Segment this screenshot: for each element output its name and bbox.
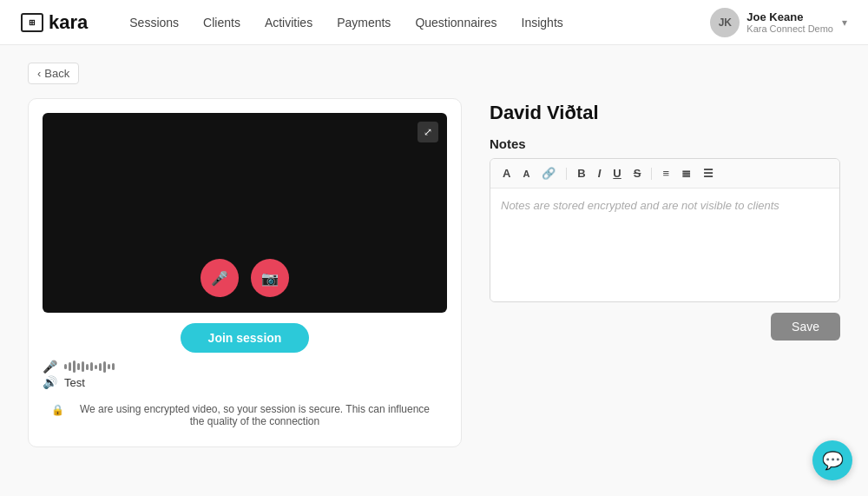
back-label: Back: [44, 67, 69, 80]
microphone-muted-icon: 🎤: [211, 270, 228, 287]
logo-icon: ⊞: [21, 13, 43, 32]
toolbar-underline[interactable]: U: [609, 165, 624, 182]
waveform-bar: [77, 363, 80, 370]
toolbar-font-color[interactable]: A: [499, 165, 514, 182]
chevron-down-icon: ▾: [842, 17, 847, 29]
toolbar-link[interactable]: 🔗: [538, 165, 559, 182]
notes-content[interactable]: Notes are stored encrypted and are not v…: [490, 188, 839, 301]
expand-icon: ⤢: [424, 126, 432, 138]
expand-button[interactable]: ⤢: [418, 122, 438, 142]
nav-clients[interactable]: Clients: [203, 16, 240, 30]
waveform: [64, 360, 115, 374]
mic-row: 🎤: [43, 360, 447, 374]
waveform-bar: [103, 361, 106, 373]
notes-editor: A A 🔗 B I U S ≡ ≣ ☰ Notes are stored enc…: [490, 158, 840, 302]
toolbar-strikethrough[interactable]: S: [630, 165, 645, 182]
waveform-bar: [95, 365, 97, 369]
lock-icon: 🔒: [51, 404, 64, 416]
nav-questionnaires[interactable]: Questionnaires: [415, 16, 496, 30]
waveform-bar: [112, 363, 115, 370]
nav-insights[interactable]: Insights: [522, 16, 563, 30]
waveform-bar: [82, 361, 84, 372]
user-subtitle: Kara Connect Demo: [746, 23, 833, 34]
speaker-row: 🔊 Test: [43, 375, 447, 389]
security-notice: 🔒 We are using encrypted video, so your …: [43, 398, 447, 433]
notes-label: Notes: [490, 136, 840, 151]
microphone-icon: 🎤: [43, 360, 57, 374]
logo-text: kara: [49, 11, 88, 34]
toolbar-ordered-list[interactable]: ≣: [678, 165, 694, 182]
logo[interactable]: ⊞ kara: [21, 11, 88, 34]
chat-bubble-button[interactable]: 💬: [812, 440, 852, 480]
join-row: Join session: [43, 323, 447, 353]
toolbar-divider-1: [566, 168, 567, 180]
chat-icon: 💬: [822, 450, 844, 471]
user-menu[interactable]: JK Joe Keane Kara Connect Demo ▾: [710, 8, 847, 37]
back-button[interactable]: ‹ Back: [28, 63, 79, 84]
camera-button[interactable]: 📷: [251, 259, 289, 297]
speaker-icon: 🔊: [43, 375, 57, 389]
nav-activities[interactable]: Activities: [265, 16, 312, 30]
join-session-button[interactable]: Join session: [181, 323, 310, 353]
avatar: JK: [710, 8, 740, 37]
video-area: ⤢ 🎤 📷: [43, 113, 447, 313]
nav-links: Sessions Clients Activities Payments Que…: [129, 16, 682, 30]
security-text: We are using encrypted video, so your se…: [71, 403, 438, 427]
right-panel: David Viðtal Notes A A 🔗 B I U S ≡ ≣ ☰: [490, 98, 840, 341]
waveform-bar: [90, 362, 93, 371]
user-name: Joe Keane: [746, 10, 833, 23]
left-panel: ⤢ 🎤 📷 Join session 🎤 🔊: [28, 98, 462, 447]
content-row: ⤢ 🎤 📷 Join session 🎤 🔊: [28, 98, 840, 447]
save-button[interactable]: Save: [771, 313, 840, 341]
toolbar-italic[interactable]: I: [595, 165, 605, 182]
toolbar-font-size[interactable]: A: [519, 167, 533, 181]
notes-placeholder: Notes are stored encrypted and are not v…: [501, 199, 779, 212]
back-arrow-icon: ‹: [37, 67, 41, 80]
waveform-bar: [108, 364, 110, 369]
speaker-label: Test: [64, 376, 85, 389]
toolbar-bold[interactable]: B: [574, 165, 589, 182]
mute-button[interactable]: 🎤: [201, 259, 239, 297]
waveform-bar: [86, 364, 89, 370]
video-controls: 🎤 📷: [201, 259, 289, 297]
toolbar-align-left[interactable]: ≡: [659, 165, 673, 182]
save-row: Save: [490, 313, 840, 341]
nav-payments[interactable]: Payments: [337, 16, 391, 30]
client-name: David Viðtal: [490, 102, 840, 124]
waveform-bar: [99, 363, 102, 371]
camera-off-icon: 📷: [261, 270, 279, 287]
toolbar-unordered-list[interactable]: ☰: [700, 165, 717, 182]
user-info: Joe Keane Kara Connect Demo: [746, 10, 833, 34]
toolbar-divider-2: [651, 168, 652, 180]
nav-sessions[interactable]: Sessions: [129, 16, 179, 30]
main-content: ‹ Back ⤢ 🎤 📷 Join session: [0, 45, 868, 465]
waveform-bar: [64, 364, 67, 369]
waveform-bar: [69, 362, 71, 371]
navbar: ⊞ kara Sessions Clients Activities Payme…: [0, 0, 868, 45]
waveform-bar: [73, 360, 76, 373]
editor-toolbar: A A 🔗 B I U S ≡ ≣ ☰: [490, 159, 839, 188]
